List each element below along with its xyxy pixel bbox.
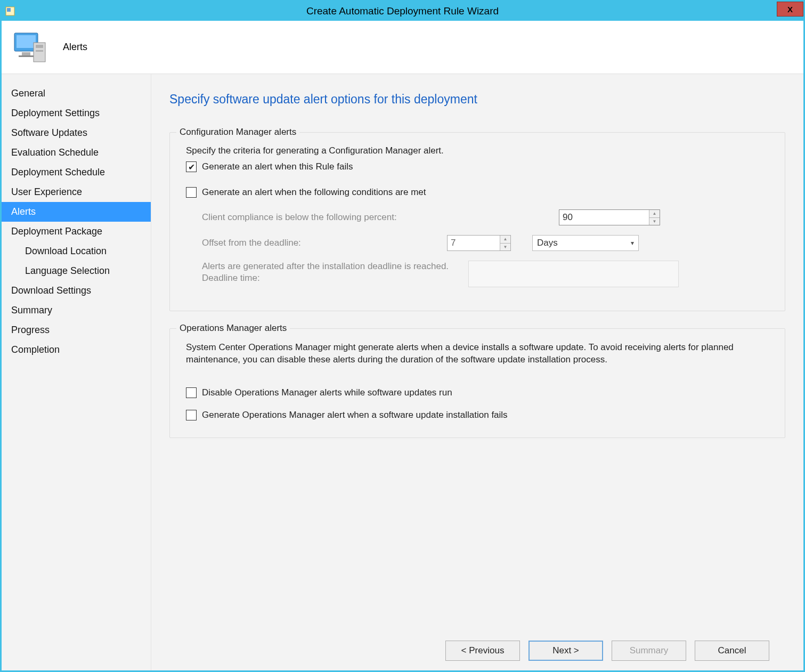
monitor-icon xyxy=(12,30,50,65)
sidebar-item-progress[interactable]: Progress xyxy=(2,320,151,340)
title-bar: Create Automatic Deployment Rule Wizard … xyxy=(2,2,803,21)
group-om-legend: Operations Manager alerts xyxy=(176,323,290,334)
content-pane: Specify software update alert options fo… xyxy=(151,74,803,670)
check-row-conditions[interactable]: Generate an alert when the following con… xyxy=(186,187,773,198)
cancel-button[interactable]: Cancel xyxy=(695,641,769,661)
input-compliance-value: 90 xyxy=(563,212,573,223)
group-cm-alerts: Configuration Manager alerts Specify the… xyxy=(169,132,785,311)
spinner-compliance[interactable]: ▲ ▼ xyxy=(649,210,660,225)
select-offset-unit[interactable]: Days ▾ xyxy=(532,235,639,251)
deadline-time-box xyxy=(468,261,679,287)
label-deadline-note: Alerts are generated after the installat… xyxy=(202,261,458,284)
sidebar-item-deployment-schedule[interactable]: Deployment Schedule xyxy=(2,163,151,182)
sidebar-item-general[interactable]: General xyxy=(2,84,151,103)
check-label-gen-om-fail: Generate Operations Manager alert when a… xyxy=(202,410,508,420)
sidebar-item-deployment-package[interactable]: Deployment Package xyxy=(2,222,151,241)
group-cm-desc: Specify the criteria for generating a Co… xyxy=(186,145,773,156)
sidebar-item-language-selection[interactable]: Language Selection xyxy=(2,261,151,281)
chevron-down-icon[interactable]: ▼ xyxy=(649,218,660,225)
checkmark-icon: ✔ xyxy=(188,162,195,172)
group-om-alerts: Operations Manager alerts System Center … xyxy=(169,328,785,438)
wizard-body: General Deployment Settings Software Upd… xyxy=(2,74,803,670)
check-row-disable-om[interactable]: Disable Operations Manager alerts while … xyxy=(186,387,773,398)
sidebar-item-summary[interactable]: Summary xyxy=(2,301,151,320)
sidebar-item-deployment-settings[interactable]: Deployment Settings xyxy=(2,103,151,123)
input-offset-value: 7 xyxy=(451,238,456,248)
steps-sidebar: General Deployment Settings Software Upd… xyxy=(2,74,151,670)
svg-rect-5 xyxy=(19,55,34,57)
sidebar-item-user-experience[interactable]: User Experience xyxy=(2,182,151,202)
next-button[interactable]: Next > xyxy=(528,641,603,661)
chevron-down-icon[interactable]: ▼ xyxy=(500,244,510,251)
chevron-down-icon: ▾ xyxy=(631,239,634,247)
row-deadline-note: Alerts are generated after the installat… xyxy=(202,261,773,287)
checkbox-disable-om[interactable] xyxy=(186,387,197,398)
sidebar-item-software-updates[interactable]: Software Updates xyxy=(2,123,151,143)
page-title: Alerts xyxy=(63,42,87,53)
check-label-conditions: Generate an alert when the following con… xyxy=(202,187,426,198)
select-offset-unit-value: Days xyxy=(537,238,558,248)
wizard-window: Create Automatic Deployment Rule Wizard … xyxy=(0,0,805,672)
check-label-rule-fails: Generate an alert when this Rule fails xyxy=(202,161,353,172)
check-row-rule-fails[interactable]: ✔ Generate an alert when this Rule fails xyxy=(186,161,773,172)
row-offset: Offset from the deadline: 7 ▲ ▼ Days ▾ xyxy=(202,235,773,251)
label-offset: Offset from the deadline: xyxy=(202,238,447,248)
conditions-sub-block: Client compliance is below the following… xyxy=(202,209,773,287)
close-icon: X xyxy=(787,5,793,14)
checkbox-gen-om-fail[interactable] xyxy=(186,410,197,420)
svg-rect-7 xyxy=(36,45,43,48)
svg-rect-4 xyxy=(22,52,30,55)
check-row-gen-om-fail[interactable]: Generate Operations Manager alert when a… xyxy=(186,410,773,420)
group-om-desc: System Center Operations Manager might g… xyxy=(186,342,773,366)
sidebar-item-download-settings[interactable]: Download Settings xyxy=(2,281,151,301)
previous-button[interactable]: < Previous xyxy=(445,641,520,661)
window-title: Create Automatic Deployment Rule Wizard xyxy=(2,5,803,17)
sidebar-item-evaluation-schedule[interactable]: Evaluation Schedule xyxy=(2,143,151,163)
input-compliance-percent[interactable]: 90 ▲ ▼ xyxy=(559,209,660,225)
chevron-up-icon[interactable]: ▲ xyxy=(500,236,510,244)
row-compliance: Client compliance is below the following… xyxy=(202,209,773,225)
close-button[interactable]: X xyxy=(777,2,803,17)
sidebar-item-download-location[interactable]: Download Location xyxy=(2,241,151,261)
checkbox-rule-fails[interactable]: ✔ xyxy=(186,161,197,172)
check-label-disable-om: Disable Operations Manager alerts while … xyxy=(202,387,452,398)
sidebar-item-alerts[interactable]: Alerts xyxy=(2,202,151,222)
sidebar-item-completion[interactable]: Completion xyxy=(2,340,151,360)
svg-rect-3 xyxy=(17,35,36,48)
group-cm-legend: Configuration Manager alerts xyxy=(176,127,299,137)
checkbox-conditions[interactable] xyxy=(186,187,197,198)
wizard-footer: < Previous Next > Summary Cancel xyxy=(169,631,785,670)
content-heading: Specify software update alert options fo… xyxy=(169,92,785,107)
spinner-offset[interactable]: ▲ ▼ xyxy=(500,236,510,250)
summary-button[interactable]: Summary xyxy=(612,641,686,661)
svg-rect-8 xyxy=(36,50,43,52)
chevron-up-icon[interactable]: ▲ xyxy=(649,210,660,218)
label-compliance: Client compliance is below the following… xyxy=(202,212,474,223)
header-pane: Alerts xyxy=(2,21,803,74)
input-offset[interactable]: 7 ▲ ▼ xyxy=(447,235,511,251)
